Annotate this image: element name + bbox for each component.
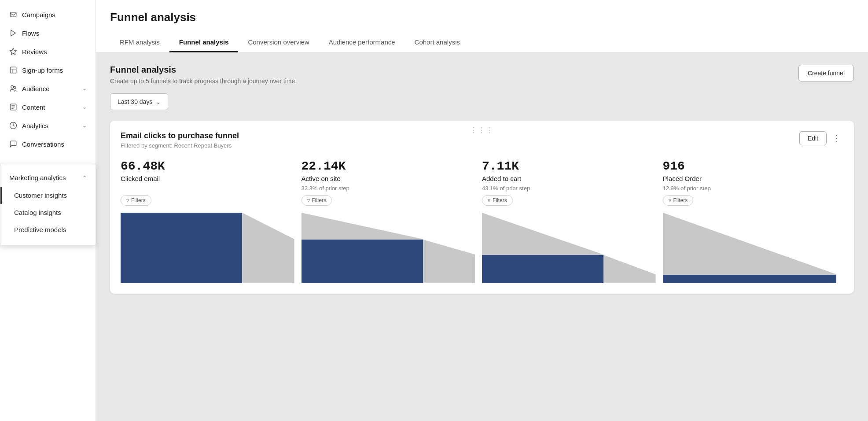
signup-forms-icon xyxy=(9,66,18,74)
sidebar-item-campaigns[interactable]: Campaigns xyxy=(0,5,96,24)
funnel-card-actions: Edit ⋮ xyxy=(799,131,843,145)
tab-funnel[interactable]: Funnel analysis xyxy=(169,33,239,52)
section-desc: Create up to 5 funnels to track progress… xyxy=(110,78,297,85)
sidebar-label-conversations: Conversations xyxy=(22,140,64,148)
step-4-label: Placed Order xyxy=(663,175,837,182)
svg-rect-17 xyxy=(482,255,603,283)
step-3-bar-area xyxy=(482,213,656,283)
sidebar-label-flows: Flows xyxy=(22,30,39,37)
page-title: Funnel analysis xyxy=(110,11,854,24)
step-4-pct: 12.9% of prior step xyxy=(663,185,837,192)
sidebar-item-predictive-models[interactable]: Predictive models xyxy=(0,221,96,238)
step-1-bar-area xyxy=(121,213,294,283)
tab-audience-performance[interactable]: Audience performance xyxy=(319,33,405,52)
audience-icon xyxy=(9,84,18,93)
step-4-value: 916 xyxy=(663,159,837,173)
sidebar-item-signup-forms[interactable]: Sign-up forms xyxy=(0,61,96,79)
step-3-pct: 43.1% of prior step xyxy=(482,185,656,192)
step-2-value: 22.14K xyxy=(302,159,475,173)
step-3-filter-button[interactable]: ▿ Filters xyxy=(482,195,513,206)
create-funnel-button[interactable]: Create funnel xyxy=(798,65,854,81)
customer-insights-label: Customer insights xyxy=(14,192,67,199)
step-4-filter-button[interactable]: ▿ Filters xyxy=(663,195,694,206)
svg-marker-0 xyxy=(10,48,17,55)
section-info: Funnel analysis Create up to 5 funnels t… xyxy=(110,65,297,85)
filter-icon-3: ▿ xyxy=(488,197,490,203)
step-4-bar-area xyxy=(663,213,837,283)
step-1-pct xyxy=(121,185,294,192)
sidebar-label-reviews: Reviews xyxy=(22,48,47,55)
edit-funnel-button[interactable]: Edit xyxy=(799,131,827,145)
funnel-step-1: 66.48K Clicked email ▿ Filters xyxy=(121,159,302,283)
step-1-label: Clicked email xyxy=(121,175,294,182)
funnel-card-info: Email clicks to purchase funnel Filtered… xyxy=(121,131,239,149)
filter-icon-2: ▿ xyxy=(307,197,310,203)
sidebar: Campaigns Flows Reviews Sign-up forms Au… xyxy=(0,0,96,421)
svg-rect-11 xyxy=(121,213,242,283)
date-filter-label: Last 30 days xyxy=(118,98,152,105)
sidebar-item-conversations[interactable]: Conversations xyxy=(0,135,96,153)
sidebar-label-campaigns: Campaigns xyxy=(22,11,55,18)
filter-icon-4: ▿ xyxy=(669,197,671,203)
svg-point-5 xyxy=(14,87,16,89)
svg-point-4 xyxy=(11,85,14,88)
step-2-bar-area xyxy=(302,213,475,283)
reviews-icon xyxy=(9,47,18,56)
date-filter-chevron-icon: ⌄ xyxy=(156,99,161,105)
date-filter-dropdown[interactable]: Last 30 days ⌄ xyxy=(110,93,168,110)
svg-marker-15 xyxy=(423,240,475,283)
funnel-card: ⋮⋮⋮ Email clicks to purchase funnel Filt… xyxy=(110,121,854,294)
sidebar-item-catalog-insights[interactable]: Catalog insights xyxy=(0,204,96,221)
section-title: Funnel analysis xyxy=(110,65,297,75)
step-1-filter-button[interactable]: ▿ Filters xyxy=(121,195,151,206)
funnel-card-title: Email clicks to purchase funnel xyxy=(121,131,239,140)
step-3-bar-chart xyxy=(482,213,656,283)
drag-handle-icon[interactable]: ⋮⋮⋮ xyxy=(470,126,494,134)
conversations-icon xyxy=(9,140,18,148)
funnel-card-subtitle: Filtered by segment: Recent Repeat Buyer… xyxy=(121,142,239,149)
more-options-button[interactable]: ⋮ xyxy=(830,132,843,145)
step-3-label: Added to cart xyxy=(482,175,656,182)
marketing-analytics-chevron-icon: ⌃ xyxy=(82,175,87,181)
svg-rect-1 xyxy=(10,67,16,73)
sidebar-item-reviews[interactable]: Reviews xyxy=(0,42,96,61)
tab-bar: RFM analysis Funnel analysis Conversion … xyxy=(110,33,854,52)
step-3-value: 7.11K xyxy=(482,159,656,173)
svg-marker-19 xyxy=(663,213,837,283)
analytics-dropdown-header[interactable]: Marketing analytics ⌃ xyxy=(0,170,96,187)
step-2-filter-button[interactable]: ▿ Filters xyxy=(302,195,332,206)
sidebar-label-audience: Audience xyxy=(22,85,50,92)
tab-conversion[interactable]: Conversion overview xyxy=(238,33,319,52)
step-4-bar-chart xyxy=(663,213,837,283)
filter-icon: ▿ xyxy=(126,197,129,203)
step-1-value: 66.48K xyxy=(121,159,294,173)
tab-rfm[interactable]: RFM analysis xyxy=(110,33,169,52)
step-2-pct: 33.3% of prior step xyxy=(302,185,475,192)
main-content: Funnel analysis RFM analysis Funnel anal… xyxy=(96,0,868,421)
content-area: Funnel analysis Create up to 5 funnels t… xyxy=(96,52,868,421)
marketing-analytics-label: Marketing analytics xyxy=(9,174,66,181)
sidebar-item-flows[interactable]: Flows xyxy=(0,24,96,42)
svg-rect-20 xyxy=(663,275,837,283)
page-header: Funnel analysis RFM analysis Funnel anal… xyxy=(96,0,868,52)
sidebar-item-analytics[interactable]: Analytics ⌄ xyxy=(0,116,96,135)
catalog-insights-label: Catalog insights xyxy=(14,209,61,216)
svg-rect-14 xyxy=(302,240,423,283)
sidebar-label-analytics: Analytics xyxy=(22,122,48,129)
audience-chevron-icon: ⌄ xyxy=(82,85,87,92)
funnel-steps: 66.48K Clicked email ▿ Filters xyxy=(121,159,843,283)
flows-icon xyxy=(9,29,18,37)
step-1-bar-chart xyxy=(121,213,294,283)
analytics-icon xyxy=(9,121,18,130)
sidebar-label-content: Content xyxy=(22,103,45,111)
analytics-chevron-icon: ⌄ xyxy=(82,122,87,129)
svg-marker-18 xyxy=(603,255,655,283)
funnel-step-3: 7.11K Added to cart 43.1% of prior step … xyxy=(482,159,663,283)
sidebar-item-customer-insights[interactable]: Customer insights xyxy=(0,187,96,204)
tab-cohort[interactable]: Cohort analysis xyxy=(405,33,470,52)
sidebar-item-content[interactable]: Content ⌄ xyxy=(0,98,96,116)
svg-marker-12 xyxy=(242,213,294,283)
sidebar-label-signup-forms: Sign-up forms xyxy=(22,66,63,74)
sidebar-item-audience[interactable]: Audience ⌄ xyxy=(0,79,96,98)
analytics-dropdown: Marketing analytics ⌃ Customer insights … xyxy=(0,163,96,246)
